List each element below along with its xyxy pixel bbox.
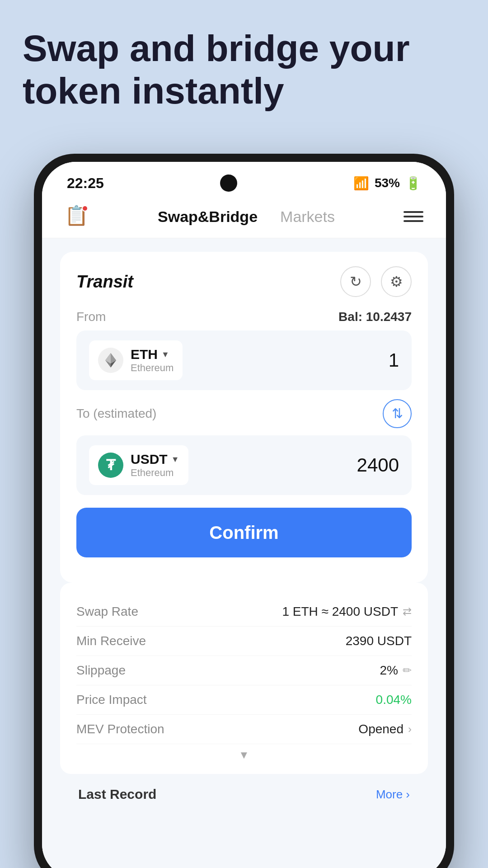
transit-actions: ↻ ⚙ [340, 266, 412, 297]
slippage-value: 2% ✏ [380, 663, 412, 678]
status-time: 22:25 [67, 175, 104, 192]
hamburger-line-1 [404, 211, 423, 213]
from-label: From [76, 310, 106, 324]
last-record-section: Last Record More › [60, 774, 428, 802]
swap-divider: To (estimated) ⇅ [76, 399, 412, 428]
to-token-dropdown-icon: ▼ [171, 455, 179, 464]
min-receive-label: Min Receive [76, 634, 146, 648]
swap-rate-value: 1 ETH ≈ 2400 USDT ⇄ [282, 604, 412, 619]
hamburger-menu[interactable] [404, 211, 423, 222]
swap-direction-button[interactable]: ⇅ [383, 399, 412, 428]
transit-title: Transit [76, 272, 133, 292]
last-record-title: Last Record [78, 787, 156, 802]
phone-screen: 22:25 📶 53% 🔋 📋 Swap&Bridge Markets [42, 162, 446, 868]
background-headline: Swap and bridge your token instantly [23, 27, 465, 113]
mev-protection-row[interactable]: MEV Protection Opened › [76, 715, 412, 744]
collapse-details-button[interactable]: ▼ [76, 744, 412, 761]
nav-tabs: Swap&Bridge Markets [158, 208, 335, 226]
eth-logo [102, 351, 120, 369]
from-token-network: Ethereum [131, 362, 174, 374]
swap-rate-row: Swap Rate 1 ETH ≈ 2400 USDT ⇄ [76, 597, 412, 627]
hamburger-line-2 [404, 216, 423, 217]
to-token-row: ₮ USDT ▼ Ethereum 2400 [76, 435, 412, 495]
tab-markets[interactable]: Markets [280, 208, 335, 226]
usdt-icon: ₮ [98, 453, 123, 478]
slippage-edit-icon[interactable]: ✏ [403, 664, 412, 677]
notification-button[interactable]: 📋 [65, 204, 89, 229]
camera-notch [220, 175, 237, 192]
swap-details-card: Swap Rate 1 ETH ≈ 2400 USDT ⇄ Min Receiv… [60, 583, 428, 774]
swap-arrows-icon: ⇅ [392, 407, 403, 420]
mev-protection-value: Opened › [358, 722, 412, 736]
tab-swap-bridge[interactable]: Swap&Bridge [158, 208, 258, 226]
usdt-symbol: ₮ [106, 457, 115, 474]
settings-button[interactable]: ⚙ [381, 266, 412, 297]
transit-header: Transit ↻ ⚙ [76, 266, 412, 297]
from-token-row: ETH ▼ Ethereum 1 [76, 330, 412, 390]
hamburger-line-3 [404, 220, 423, 222]
confirm-button[interactable]: Confirm [76, 508, 412, 557]
to-token-network: Ethereum [131, 467, 179, 479]
min-receive-row: Min Receive 2390 USDT [76, 627, 412, 656]
wifi-icon: 📶 [353, 176, 369, 191]
main-content: Transit ↻ ⚙ From Bal: 10. [42, 238, 446, 868]
price-impact-row: Price Impact 0.04% [76, 685, 412, 715]
from-token-selector[interactable]: ETH ▼ Ethereum [89, 340, 183, 380]
from-amount[interactable]: 1 [389, 349, 399, 371]
phone-frame: 22:25 📶 53% 🔋 📋 Swap&Bridge Markets [34, 154, 454, 868]
last-record-more-link[interactable]: More › [376, 788, 410, 802]
notification-dot [82, 205, 88, 212]
to-token-name-row: USDT ▼ [131, 452, 179, 467]
price-impact-value: 0.04% [376, 693, 412, 707]
to-label: To (estimated) [76, 406, 156, 421]
from-token-info: ETH ▼ Ethereum [131, 347, 174, 374]
slippage-row: Slippage 2% ✏ [76, 656, 412, 685]
battery-indicator: 53% [375, 176, 400, 190]
refresh-icon: ↻ [350, 273, 362, 290]
refresh-button[interactable]: ↻ [340, 266, 371, 297]
headline-text: Swap and bridge your token instantly [23, 27, 465, 113]
battery-icon: 🔋 [405, 176, 421, 191]
mev-chevron-icon: › [408, 723, 412, 736]
nav-bar: 📋 Swap&Bridge Markets [42, 200, 446, 238]
min-receive-value: 2390 USDT [346, 634, 412, 648]
settings-icon: ⚙ [390, 273, 403, 290]
to-token-selector[interactable]: ₮ USDT ▼ Ethereum [89, 445, 188, 485]
from-token-name-row: ETH ▼ [131, 347, 174, 362]
mev-protection-label: MEV Protection [76, 722, 164, 736]
swap-rate-label: Swap Rate [76, 604, 138, 619]
from-token-name: ETH [131, 347, 158, 362]
status-icons: 📶 53% 🔋 [353, 176, 421, 191]
to-token-info: USDT ▼ Ethereum [131, 452, 179, 479]
from-balance: Bal: 10.2437 [338, 310, 412, 324]
price-impact-label: Price Impact [76, 693, 147, 707]
status-bar: 22:25 📶 53% 🔋 [42, 162, 446, 200]
from-token-dropdown-icon: ▼ [161, 350, 169, 359]
eth-icon [98, 348, 123, 373]
collapse-arrow-icon: ▼ [239, 749, 249, 761]
to-amount: 2400 [357, 454, 399, 476]
from-section-label: From Bal: 10.2437 [76, 310, 412, 324]
slippage-label: Slippage [76, 663, 126, 678]
to-token-name: USDT [131, 452, 168, 467]
transit-card: Transit ↻ ⚙ From Bal: 10. [60, 252, 428, 583]
swap-rate-icon: ⇄ [403, 605, 412, 618]
